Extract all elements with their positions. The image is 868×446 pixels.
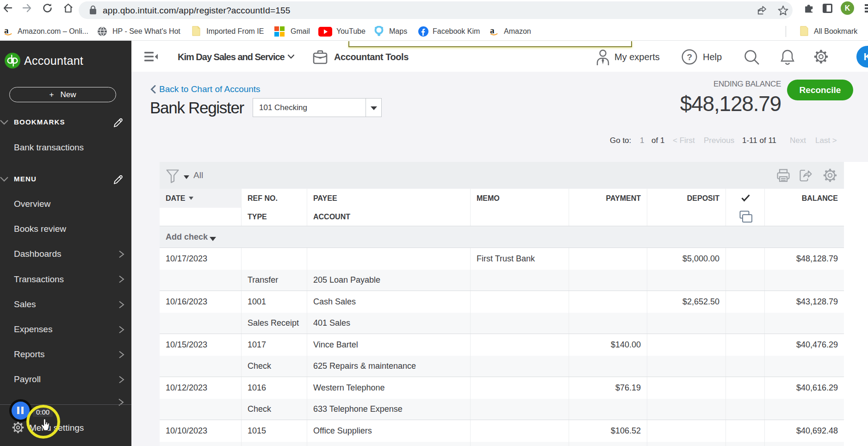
svg-text:?: ?	[687, 52, 693, 62]
